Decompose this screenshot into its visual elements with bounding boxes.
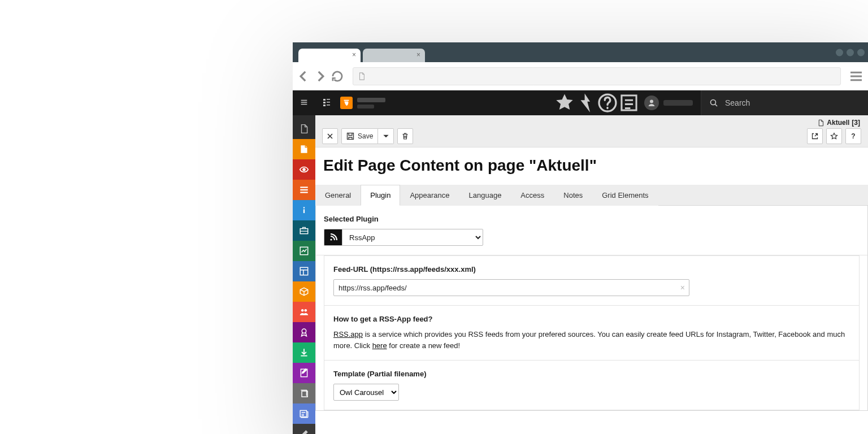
svg-rect-13 [300, 192, 308, 193]
tab-general[interactable]: General [315, 185, 361, 206]
browser-titlebar: × × [293, 42, 868, 62]
forward-button[interactable] [313, 68, 328, 85]
module-dashboard[interactable] [293, 241, 315, 261]
bookmark-icon[interactable] [554, 90, 575, 115]
trash-icon [401, 132, 409, 140]
content-tabs: GeneralPluginAppearanceLanguageAccessNot… [315, 185, 868, 206]
svg-point-10 [303, 168, 305, 171]
rss-help-heading: How to get a RSS-App feed? [333, 315, 850, 323]
browser-toolbar [293, 62, 868, 90]
svg-point-9 [711, 100, 716, 105]
module-tool[interactable] [293, 424, 315, 434]
svg-rect-11 [300, 186, 308, 188]
typo3-logo-icon [340, 97, 353, 109]
svg-rect-25 [348, 133, 354, 140]
toggle-tree-button[interactable] [315, 98, 338, 108]
rss-help-text: RSS.app is a service which provides you … [333, 329, 850, 351]
avatar-icon [644, 96, 659, 110]
back-button[interactable] [296, 68, 311, 85]
svg-rect-5 [327, 105, 330, 106]
close-icon[interactable]: × [416, 51, 420, 58]
help-icon[interactable] [597, 90, 618, 115]
bookmark-button[interactable] [826, 128, 842, 144]
tab-language[interactable]: Language [459, 185, 511, 206]
clear-input-icon[interactable]: × [680, 283, 685, 292]
star-icon [830, 132, 838, 140]
module-award[interactable] [293, 322, 315, 342]
svg-point-21 [302, 329, 306, 333]
svg-rect-14 [303, 207, 305, 208]
window-dot[interactable] [847, 49, 854, 56]
svg-rect-2 [323, 105, 326, 106]
svg-rect-12 [300, 189, 308, 190]
search-icon [709, 98, 718, 107]
plugin-select[interactable]: RssApp [342, 229, 483, 246]
open-new-window-button[interactable] [807, 128, 823, 144]
module-toolbar: Save [315, 115, 868, 147]
global-search[interactable]: Search [701, 90, 868, 115]
svg-rect-0 [323, 99, 326, 101]
page-icon [358, 72, 366, 80]
chevron-down-icon [382, 132, 390, 140]
cache-icon[interactable] [575, 90, 597, 115]
module-users[interactable] [293, 302, 315, 322]
page-title: Edit Page Content on page "Aktuell" [315, 157, 868, 185]
collapse-sidebar-button[interactable] [293, 98, 315, 108]
delete-button[interactable] [397, 128, 413, 144]
template-label: Template (Partial filename) [333, 370, 850, 378]
help-button[interactable]: ? [845, 128, 861, 144]
svg-rect-4 [327, 102, 330, 103]
brand-version [357, 105, 374, 108]
browser-tab[interactable]: × [298, 49, 361, 62]
svg-rect-3 [327, 99, 330, 100]
tab-notes[interactable]: Notes [554, 185, 592, 206]
save-dropdown-button[interactable] [378, 128, 394, 144]
rss-here-link[interactable]: here [372, 341, 387, 350]
browser-tab[interactable]: × [363, 49, 425, 62]
module-page[interactable] [293, 119, 315, 139]
user-menu[interactable] [640, 96, 701, 110]
reload-button[interactable] [330, 68, 345, 85]
rss-icon [324, 229, 342, 246]
module-ext[interactable] [293, 281, 315, 302]
plugin-panel: Selected Plugin RssApp [315, 206, 868, 411]
module-view[interactable] [293, 159, 315, 180]
svg-point-19 [301, 309, 304, 312]
close-icon[interactable]: × [352, 51, 356, 58]
page-path: Aktuell [3] [817, 119, 860, 127]
module-forms[interactable] [293, 363, 315, 383]
module-templates[interactable] [293, 383, 315, 403]
tab-plugin[interactable]: Plugin [361, 185, 400, 206]
selected-plugin-label: Selected Plugin [324, 215, 860, 223]
reports-icon[interactable] [618, 90, 640, 115]
module-install[interactable] [293, 342, 315, 363]
close-button[interactable] [322, 128, 338, 144]
tab-appearance[interactable]: Appearance [400, 185, 459, 206]
rss-app-link[interactable]: RSS.app [333, 330, 363, 338]
external-link-icon [811, 132, 819, 140]
template-select[interactable]: Owl Carousel [333, 384, 399, 401]
module-layout[interactable] [293, 261, 315, 281]
module-page-mod[interactable] [293, 139, 315, 159]
menu-button[interactable] [848, 68, 865, 85]
module-info[interactable] [293, 200, 315, 220]
module-list[interactable] [293, 180, 315, 200]
module-workspaces[interactable] [293, 220, 315, 241]
window-dot[interactable] [857, 49, 865, 56]
tab-grid-elements[interactable]: Grid Elements [592, 185, 658, 206]
svg-rect-18 [300, 267, 308, 275]
url-bar[interactable] [353, 67, 841, 85]
svg-rect-1 [323, 102, 326, 103]
module-news[interactable] [293, 403, 315, 424]
feed-url-input[interactable] [333, 279, 689, 296]
tab-access[interactable]: Access [511, 185, 554, 206]
svg-point-20 [305, 309, 307, 312]
window-dot[interactable] [836, 49, 843, 56]
svg-point-26 [330, 238, 332, 240]
svg-point-8 [650, 100, 653, 103]
save-button[interactable]: Save [341, 128, 378, 144]
brand [340, 97, 385, 109]
search-placeholder: Search [725, 98, 750, 107]
save-icon [346, 132, 354, 140]
module-sidebar [293, 115, 315, 434]
